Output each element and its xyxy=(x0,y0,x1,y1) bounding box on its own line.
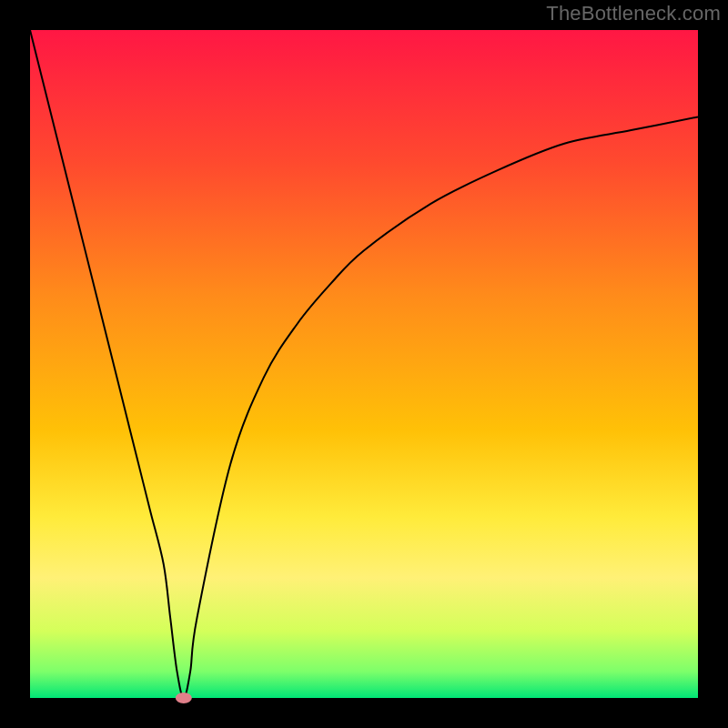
plot-background xyxy=(30,30,698,698)
chart-container: TheBottleneck.com xyxy=(0,0,728,728)
chart-svg xyxy=(0,0,728,728)
watermark-label: TheBottleneck.com xyxy=(546,2,721,25)
minimum-marker xyxy=(176,693,192,703)
